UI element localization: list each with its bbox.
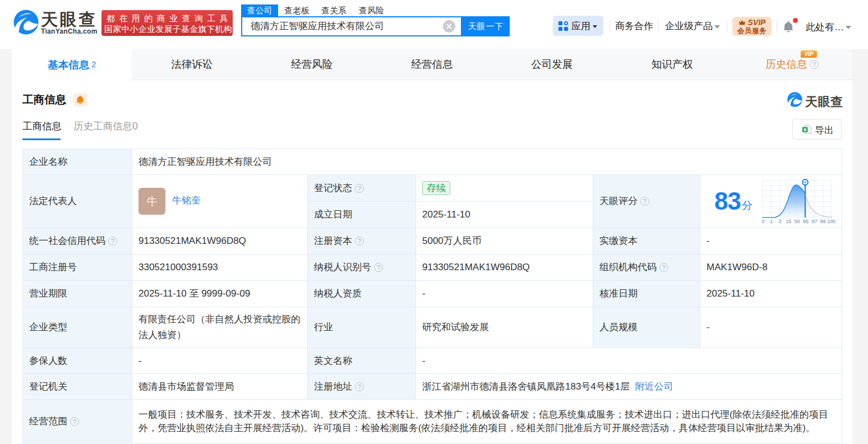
svg-text:99: 99 [820, 219, 826, 224]
svg-text:85: 85 [803, 219, 809, 224]
svg-text:1: 1 [770, 219, 773, 224]
svg-text:0: 0 [762, 219, 765, 224]
svg-text:3: 3 [778, 219, 781, 224]
svg-text:50: 50 [795, 219, 800, 224]
svg-text:100: 100 [828, 219, 835, 224]
svg-text:15: 15 [786, 219, 791, 224]
svg-text:97: 97 [811, 219, 817, 224]
